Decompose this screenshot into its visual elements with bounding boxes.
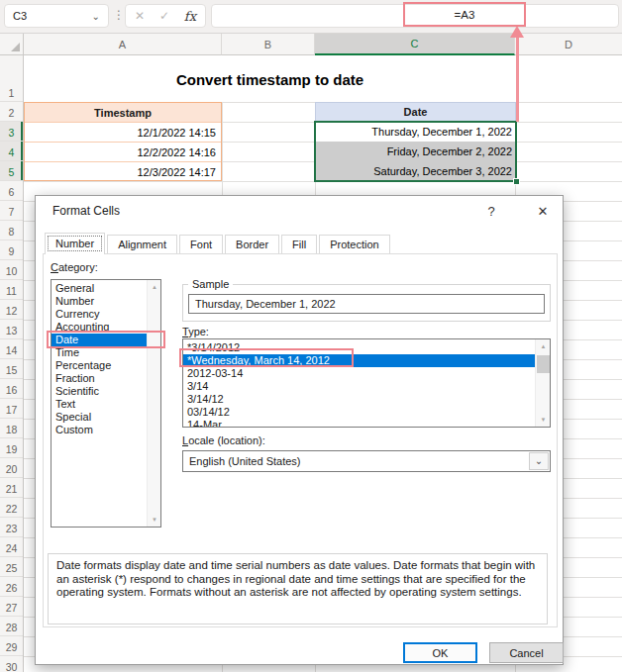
row-header-11[interactable]: 11 <box>0 280 23 300</box>
date-header-cell[interactable]: Date <box>315 102 516 122</box>
row-header-19[interactable]: 19 <box>0 438 23 458</box>
row-header-4[interactable]: 4 <box>0 142 23 161</box>
cell-a4[interactable]: 12/2/2022 14:16 <box>25 142 221 161</box>
type-3-14-12[interactable]: 3/14/12 <box>183 393 536 406</box>
fill-handle[interactable] <box>513 178 520 185</box>
row-header-16[interactable]: 16 <box>0 379 23 399</box>
type-03-14-12[interactable]: 03/14/12 <box>183 406 536 419</box>
row-header-1[interactable]: 1 <box>0 55 23 102</box>
type-14-mar[interactable]: 14-Mar <box>183 419 536 428</box>
tab-font[interactable]: Font <box>179 235 223 253</box>
row-header-17[interactable]: 17 <box>0 399 23 419</box>
name-box-value: C3 <box>13 10 27 22</box>
category-label: Category: <box>51 261 98 273</box>
excel-window: C3 ⌄ ⋮ ✕ ✓ fx =A3 A B C D 12345678910111… <box>0 0 622 672</box>
locale-dropdown[interactable]: English (United States) ⌄ <box>182 450 551 472</box>
category-number[interactable]: Number <box>52 295 147 308</box>
category-custom[interactable]: Custom <box>52 424 147 436</box>
category-currency[interactable]: Currency <box>52 308 147 321</box>
scroll-down-icon[interactable]: ▼ <box>148 513 161 527</box>
row-header-24[interactable]: 24 <box>0 537 23 557</box>
row-header-9[interactable]: 9 <box>0 240 23 260</box>
row-header-10[interactable]: 10 <box>0 260 23 280</box>
dropdown-chevron-icon[interactable]: ⌄ <box>529 452 549 470</box>
type-label: Type: <box>182 326 209 337</box>
type-2012-03-14[interactable]: 2012-03-14 <box>183 367 536 380</box>
column-header-c[interactable]: C <box>315 34 515 55</box>
row-header-8[interactable]: 8 <box>0 221 23 240</box>
dialog-title: Format Cells <box>52 204 120 218</box>
category-scientific[interactable]: Scientific <box>52 385 147 398</box>
tab-fill[interactable]: Fill <box>281 235 317 253</box>
tab-number[interactable]: Number <box>45 233 105 254</box>
row-header-28[interactable]: 28 <box>0 617 23 636</box>
row-header-20[interactable]: 20 <box>0 458 23 478</box>
insert-function-icon[interactable]: fx <box>184 9 196 24</box>
annotation-arrow-head-icon <box>510 26 524 38</box>
column-header-b[interactable]: B <box>222 34 315 55</box>
tab-alignment[interactable]: Alignment <box>107 235 177 253</box>
timestamp-header-cell[interactable]: Timestamp <box>25 103 221 122</box>
locale-label: Locale (location): <box>182 434 265 446</box>
formula-toolbar: C3 ⌄ ⋮ ✕ ✓ fx <box>0 0 622 34</box>
row-header-26[interactable]: 26 <box>0 577 23 597</box>
column-header-a[interactable]: A <box>24 34 222 55</box>
category-scrollbar[interactable]: ▲ ▼ <box>147 280 160 527</box>
scroll-up-icon[interactable]: ▲ <box>148 280 161 294</box>
tab-protection[interactable]: Protection <box>319 235 390 253</box>
cell-a5[interactable]: 12/3/2022 14:17 <box>25 161 221 181</box>
row-header-30[interactable]: 30 <box>0 656 23 672</box>
cell-c5[interactable]: Saturday, December 3, 2022 <box>315 161 512 181</box>
cancel-entry-icon[interactable]: ✕ <box>135 9 145 23</box>
row-header-18[interactable]: 18 <box>0 419 23 438</box>
type-3-14[interactable]: 3/14 <box>183 380 536 393</box>
scroll-down-icon[interactable]: ▼ <box>536 413 551 427</box>
separator-dots-icon: ⋮ <box>113 8 125 22</box>
row-header-3[interactable]: 3 <box>0 122 23 142</box>
close-icon[interactable]: ✕ <box>533 202 553 220</box>
row-header-27[interactable]: 27 <box>0 597 23 617</box>
category-annotation-box <box>47 331 165 348</box>
name-box-chevron-icon[interactable]: ⌄ <box>92 11 100 22</box>
cell-c3[interactable]: Thursday, December 1, 2022 <box>315 122 512 142</box>
row-header-12[interactable]: 12 <box>0 300 23 320</box>
category-text[interactable]: Text <box>52 398 147 411</box>
help-icon[interactable]: ? <box>481 202 501 220</box>
row-header-15[interactable]: 15 <box>0 359 23 379</box>
ok-button[interactable]: OK <box>403 642 477 663</box>
category-listbox: ▲ ▼ GeneralNumberCurrencyAccountingDateT… <box>51 279 161 528</box>
row-header-21[interactable]: 21 <box>0 478 23 498</box>
category-general[interactable]: General <box>52 282 147 295</box>
tab-border[interactable]: Border <box>225 235 279 253</box>
cancel-button[interactable]: Cancel <box>489 642 564 663</box>
row-header-13[interactable]: 13 <box>0 320 23 339</box>
row-header-5[interactable]: 5 <box>0 161 23 181</box>
dialog-tabs: NumberAlignmentFontBorderFillProtection <box>45 233 392 253</box>
formula-annotation-box: =A3 <box>403 2 526 27</box>
row-header-2[interactable]: 2 <box>0 102 23 122</box>
row-header-25[interactable]: 25 <box>0 557 23 577</box>
cell-c4[interactable]: Friday, December 2, 2022 <box>315 142 512 161</box>
scrollbar-thumb[interactable] <box>537 355 550 373</box>
scroll-up-icon[interactable]: ▲ <box>536 339 551 353</box>
row-header-7[interactable]: 7 <box>0 201 23 221</box>
column-header-d[interactable]: D <box>515 34 622 55</box>
type-scrollbar[interactable]: ▲ ▼ <box>535 339 550 427</box>
select-all-corner[interactable] <box>0 34 24 55</box>
row-header-6[interactable]: 6 <box>0 181 23 201</box>
cell-a3[interactable]: 12/1/2022 14:15 <box>25 122 221 142</box>
confirm-entry-icon[interactable]: ✓ <box>159 9 169 23</box>
row-header-29[interactable]: 29 <box>0 636 23 656</box>
row-header-22[interactable]: 22 <box>0 498 23 518</box>
timestamp-table: Timestamp 12/1/2022 14:15 12/2/2022 14:1… <box>24 102 222 181</box>
type-annotation-box <box>179 348 354 367</box>
row-header-14[interactable]: 14 <box>0 339 23 359</box>
category-special[interactable]: Special <box>52 411 147 424</box>
row-header-23[interactable]: 23 <box>0 518 23 537</box>
name-box[interactable]: C3 ⌄ <box>4 4 109 28</box>
sample-value: Thursday, December 1, 2022 <box>188 294 545 314</box>
category-fraction[interactable]: Fraction <box>52 372 147 385</box>
row-headers: 1234567891011121314151617181920212223242… <box>0 55 24 672</box>
category-percentage[interactable]: Percentage <box>52 359 147 372</box>
locale-value: English (United States) <box>189 455 301 467</box>
